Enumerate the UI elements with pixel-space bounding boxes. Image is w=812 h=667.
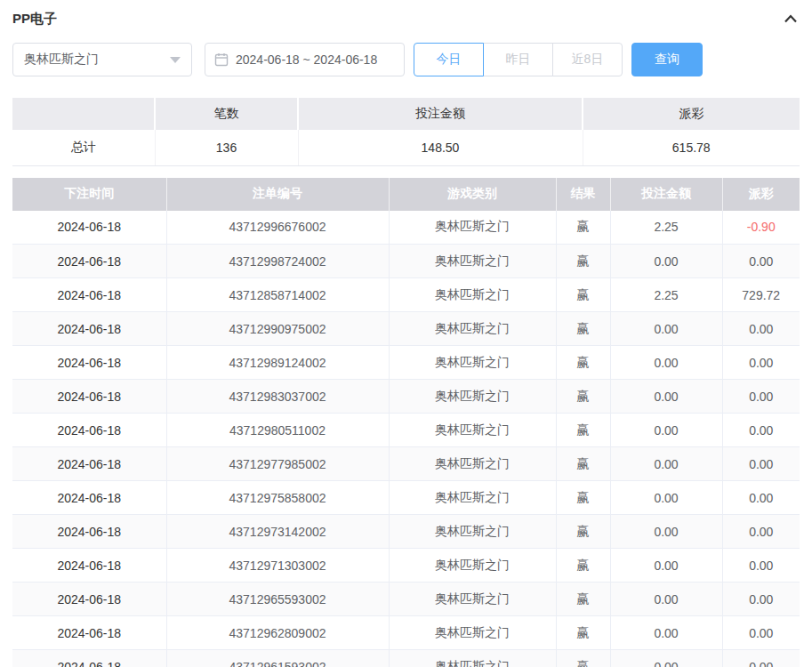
summary-header-payout: 派彩	[583, 98, 800, 130]
summary-total-payout: 615.78	[583, 130, 800, 165]
game-category-cell: 奥林匹斯之门	[389, 583, 556, 616]
bet-amount-cell: 0.00	[610, 346, 722, 380]
calendar-icon	[214, 52, 229, 67]
search-button[interactable]: 查询	[631, 43, 703, 76]
quick-button-last-8-days[interactable]: 近8日	[552, 43, 623, 76]
game-category-cell: 奥林匹斯之门	[389, 380, 556, 414]
payout-cell: 0.00	[722, 414, 800, 447]
bet-amount-cell: 2.25	[610, 278, 722, 312]
bet-time-cell: 2024-06-18	[12, 346, 166, 380]
result-cell: 赢	[556, 481, 610, 515]
game-category-cell: 奥林匹斯之门	[389, 278, 556, 312]
payout-cell: 0.00	[722, 346, 800, 380]
bet-amount-cell: 0.00	[610, 414, 722, 447]
quick-button-yesterday[interactable]: 昨日	[483, 43, 553, 76]
order-number-cell: 43712977985002	[166, 447, 389, 481]
order-number-cell: 43712996676002	[166, 211, 389, 245]
bet-time-cell: 2024-06-18	[12, 650, 166, 667]
summary-header-blank	[12, 98, 155, 130]
filter-bar: 奥林匹斯之门 2024-06-18 ~ 2024-06-18 今日 昨日 近8日…	[12, 43, 800, 76]
summary-table: 笔数 投注金额 派彩 总计 136 148.50 615.78	[12, 98, 800, 166]
bet-time-cell: 2024-06-18	[12, 380, 166, 414]
payout-cell: 0.00	[722, 650, 800, 667]
table-row: 2024-06-18 43712980511002 奥林匹斯之门 赢 0.00 …	[12, 414, 800, 447]
bet-time-cell: 2024-06-18	[12, 312, 166, 346]
result-cell: 赢	[556, 447, 610, 481]
table-row: 2024-06-18 43712965593002 奥林匹斯之门 赢 0.00 …	[12, 583, 800, 616]
result-cell: 赢	[556, 414, 610, 447]
result-cell: 赢	[556, 245, 610, 278]
table-row: 2024-06-18 43712989124002 奥林匹斯之门 赢 0.00 …	[12, 346, 800, 380]
bet-amount-cell: 0.00	[610, 583, 722, 616]
result-cell: 赢	[556, 211, 610, 245]
bet-amount-cell: 2.25	[610, 211, 722, 245]
order-number-cell: 43712858714002	[166, 278, 389, 312]
bet-table-header-row: 下注时间 注单编号 游戏类别 结果 投注金额 派彩	[12, 178, 800, 211]
payout-cell: 0.00	[722, 447, 800, 481]
result-cell: 赢	[556, 278, 610, 312]
payout-cell: 0.00	[722, 583, 800, 616]
result-cell: 赢	[556, 312, 610, 346]
table-row: 2024-06-18 43712962809002 奥林匹斯之门 赢 0.00 …	[12, 616, 800, 650]
order-number-cell: 43712962809002	[166, 616, 389, 650]
bet-amount-cell: 0.00	[610, 380, 722, 414]
summary-total-bet-amount: 148.50	[298, 130, 583, 165]
quick-date-button-group: 今日 昨日 近8日	[414, 43, 623, 76]
panel-header: PP电子	[12, 5, 800, 32]
summary-header-bet-amount: 投注金额	[298, 98, 583, 130]
table-row: 2024-06-18 43712975858002 奥林匹斯之门 赢 0.00 …	[12, 481, 800, 515]
summary-total-count: 136	[155, 130, 298, 165]
bet-time-cell: 2024-06-18	[12, 515, 166, 549]
result-cell: 赢	[556, 380, 610, 414]
game-select[interactable]: 奥林匹斯之门	[12, 43, 192, 76]
payout-cell: 0.00	[722, 245, 800, 278]
result-cell: 赢	[556, 583, 610, 616]
game-category-cell: 奥林匹斯之门	[389, 481, 556, 515]
payout-cell: 0.00	[722, 481, 800, 515]
table-row: 2024-06-18 43712977985002 奥林匹斯之门 赢 0.00 …	[12, 447, 800, 481]
bet-amount-cell: 0.00	[610, 616, 722, 650]
chevron-up-icon	[784, 14, 798, 23]
summary-total-label: 总计	[12, 130, 155, 165]
table-row: 2024-06-18 43712998724002 奥林匹斯之门 赢 0.00 …	[12, 245, 800, 278]
bet-table-body: 2024-06-18 43712996676002 奥林匹斯之门 赢 2.25 …	[12, 211, 800, 667]
payout-cell: 0.00	[722, 616, 800, 650]
header-bet-amount: 投注金额	[610, 178, 722, 211]
bet-amount-cell: 0.00	[610, 312, 722, 346]
order-number-cell: 43712971303002	[166, 549, 389, 583]
payout-cell: -0.90	[722, 211, 800, 245]
collapse-button[interactable]	[782, 11, 800, 27]
payout-cell: 0.00	[722, 549, 800, 583]
order-number-cell: 43712965593002	[166, 583, 389, 616]
bet-time-cell: 2024-06-18	[12, 616, 166, 650]
game-category-cell: 奥林匹斯之门	[389, 650, 556, 667]
panel-title: PP电子	[12, 11, 57, 28]
bet-time-cell: 2024-06-18	[12, 245, 166, 278]
bet-time-cell: 2024-06-18	[12, 583, 166, 616]
table-row: 2024-06-18 43712961593002 奥林匹斯之门 赢 0.00 …	[12, 650, 800, 667]
bet-amount-cell: 0.00	[610, 549, 722, 583]
date-range-input[interactable]: 2024-06-18 ~ 2024-06-18	[205, 43, 405, 76]
table-row: 2024-06-18 43712973142002 奥林匹斯之门 赢 0.00 …	[12, 515, 800, 549]
bet-amount-cell: 0.00	[610, 515, 722, 549]
chevron-down-icon	[170, 57, 181, 63]
order-number-cell: 43712973142002	[166, 515, 389, 549]
bet-amount-cell: 0.00	[610, 245, 722, 278]
pp-games-panel: PP电子 奥林匹斯之门 2024-06-18 ~ 2024-06-18 今日 昨…	[0, 0, 812, 667]
bet-time-cell: 2024-06-18	[12, 447, 166, 481]
table-row: 2024-06-18 43712990975002 奥林匹斯之门 赢 0.00 …	[12, 312, 800, 346]
summary-header-count: 笔数	[155, 98, 298, 130]
game-category-cell: 奥林匹斯之门	[389, 312, 556, 346]
payout-cell: 0.00	[722, 312, 800, 346]
payout-cell: 0.00	[722, 515, 800, 549]
order-number-cell: 43712980511002	[166, 414, 389, 447]
game-category-cell: 奥林匹斯之门	[389, 447, 556, 481]
result-cell: 赢	[556, 549, 610, 583]
table-row: 2024-06-18 43712996676002 奥林匹斯之门 赢 2.25 …	[12, 211, 800, 245]
quick-button-today[interactable]: 今日	[414, 43, 484, 76]
payout-cell: 729.72	[722, 278, 800, 312]
header-order-number: 注单编号	[166, 178, 389, 211]
bet-amount-cell: 0.00	[610, 481, 722, 515]
game-category-cell: 奥林匹斯之门	[389, 515, 556, 549]
summary-header-row: 笔数 投注金额 派彩	[12, 98, 800, 130]
